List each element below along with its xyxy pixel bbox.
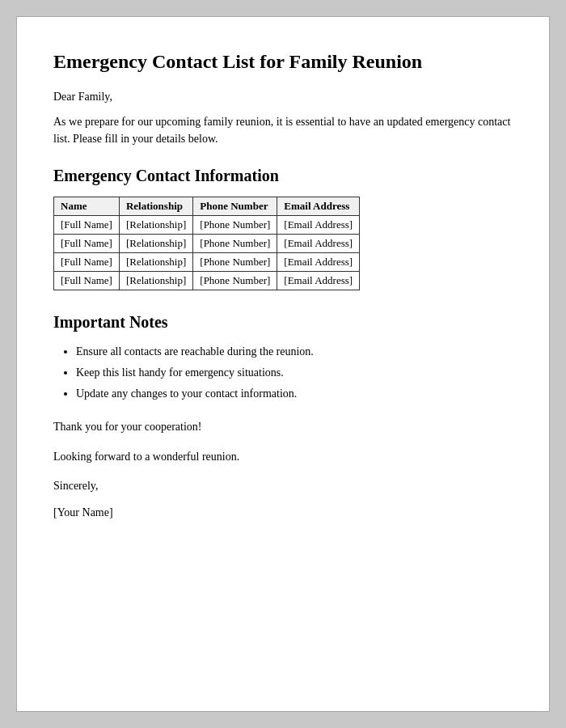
document-page: Emergency Contact List for Family Reunio… (16, 16, 550, 712)
col-email: Email Address (277, 197, 360, 216)
table-cell: [Relationship] (119, 235, 192, 253)
table-cell: [Full Name] (54, 235, 120, 253)
table-row: [Full Name][Relationship][Phone Number][… (54, 235, 360, 253)
table-cell: [Relationship] (119, 253, 192, 272)
contact-table: Name Relationship Phone Number Email Add… (53, 197, 360, 290)
section-title: Emergency Contact Information (53, 167, 513, 185)
closing-line1: Thank you for your cooperation! (53, 418, 513, 436)
table-cell: [Email Address] (277, 235, 360, 253)
table-cell: [Relationship] (119, 272, 192, 290)
table-cell: [Email Address] (277, 272, 360, 290)
page-title: Emergency Contact List for Family Reunio… (53, 49, 513, 74)
table-cell: [Full Name] (54, 216, 120, 235)
table-cell: [Phone Number] (193, 253, 277, 272)
notes-section: Important Notes Ensure all contacts are … (53, 313, 513, 402)
table-cell: [Relationship] (119, 216, 192, 235)
table-cell: [Email Address] (277, 216, 360, 235)
closing-name: [Your Name] (53, 506, 513, 519)
table-header-row: Name Relationship Phone Number Email Add… (54, 197, 360, 216)
intro-text: As we prepare for our upcoming family re… (53, 113, 513, 147)
table-cell: [Phone Number] (193, 216, 277, 235)
closing-sincerely: Sincerely, (53, 477, 513, 495)
note-item: Ensure all contacts are reachable during… (76, 343, 513, 360)
table-cell: [Full Name] (54, 253, 120, 272)
table-cell: [Email Address] (277, 253, 360, 272)
table-cell: [Full Name] (54, 272, 120, 290)
col-phone: Phone Number (193, 197, 277, 216)
table-row: [Full Name][Relationship][Phone Number][… (54, 216, 360, 235)
table-row: [Full Name][Relationship][Phone Number][… (54, 272, 360, 290)
closing-line2: Looking forward to a wonderful reunion. (53, 448, 513, 466)
notes-list: Ensure all contacts are reachable during… (76, 343, 513, 402)
table-cell: [Phone Number] (193, 272, 277, 290)
col-relationship: Relationship (119, 197, 192, 216)
col-name: Name (54, 197, 120, 216)
table-cell: [Phone Number] (193, 235, 277, 253)
notes-title: Important Notes (53, 313, 513, 332)
table-row: [Full Name][Relationship][Phone Number][… (54, 253, 360, 272)
note-item: Update any changes to your contact infor… (76, 385, 513, 402)
note-item: Keep this list handy for emergency situa… (76, 364, 513, 381)
greeting-text: Dear Family, (53, 91, 513, 104)
